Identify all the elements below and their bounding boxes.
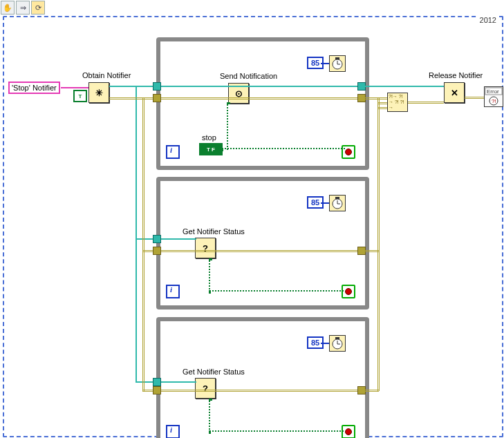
get-status-label-3: Get Notifier Status (183, 368, 245, 376)
get-notifier-status-node-2[interactable]: ? (195, 238, 216, 258)
wire-notifier-through1 (156, 86, 364, 87)
wire-error-through1 (156, 97, 364, 99)
arrow-tool-button[interactable]: ⇒ (16, 1, 30, 15)
wire-wait1 (321, 63, 329, 64)
wire-notifier-in2 (156, 238, 196, 240)
tunnel-l2-in-err (153, 247, 161, 255)
svg-rect-5 (335, 197, 339, 199)
wire-bool3-v (209, 399, 210, 432)
loop3-iteration-terminal (166, 425, 180, 438)
svg-text:Error: Error (487, 88, 499, 95)
loop2-iteration-terminal (166, 285, 180, 298)
wire-error-through2 (156, 250, 365, 252)
version-label: 2012 (478, 16, 498, 24)
wire-notifier-vert (136, 86, 137, 383)
stop-control-label: stop (202, 133, 216, 142)
wire-string (61, 87, 88, 88)
wire-err-to-merge2 (377, 102, 387, 104)
send-notification-label: Send Notification (220, 72, 277, 80)
release-notifier-node[interactable]: ✕ (444, 82, 465, 103)
wire-error-vert (142, 97, 144, 391)
flat-sequence-structure[interactable]: 2012 'Stop' Notifier Obtain Notifier ✳ T… (3, 16, 503, 437)
obtain-notifier-label: Obtain Notifier (82, 71, 131, 79)
loop1-stop-terminal[interactable] (342, 145, 355, 159)
wire-ref-to-release (365, 86, 444, 87)
loop3-stop-terminal[interactable] (342, 425, 355, 438)
diagram-canvas: ✋ ⇒ ⟳ 2012 'Stop' Notifier Obtain Notifi… (0, 0, 504, 438)
wire-bool-up (227, 102, 228, 150)
while-loop-2[interactable]: Get Notifier Status ? 85 (156, 177, 369, 310)
svg-rect-9 (335, 337, 339, 339)
while-loop-1[interactable]: Send Notification ⊙ 85 stop T F (156, 37, 369, 170)
wire-notifier-in3 (156, 381, 196, 383)
wire-bool2-h (209, 290, 344, 292)
wire-err-to-merge3 (377, 107, 387, 109)
error-out-indicator[interactable]: Error?! (484, 86, 503, 107)
wait-ms-node-3[interactable] (329, 335, 346, 352)
wire-wait3 (321, 343, 329, 344)
hand-tool-button[interactable]: ✋ (1, 1, 15, 15)
tunnel-l1-in-ref (153, 82, 161, 91)
loop2-stop-terminal[interactable] (342, 285, 355, 298)
tunnel-l3-in-ref (153, 378, 161, 386)
palette-toolbar: ✋ ⇒ ⟳ (0, 0, 46, 15)
release-notifier-glyph: ✕ (445, 83, 464, 102)
get-status-glyph-2: ? (196, 238, 215, 258)
svg-text:?!: ?! (492, 98, 496, 104)
get-status-glyph-3: ? (196, 379, 215, 398)
tunnel-l2-in-ref (153, 235, 161, 243)
svg-rect-1 (335, 57, 339, 59)
wire-err-merge-release (408, 102, 444, 104)
wire-error-through3 (156, 390, 365, 392)
tunnel-l1-in-err (153, 94, 161, 102)
true-constant[interactable]: T (73, 90, 87, 102)
wire-bool2-v (209, 258, 210, 292)
obtain-notifier-node[interactable]: ✳ (88, 82, 109, 103)
wire-bool3-h (209, 430, 344, 432)
wait-ms-node-2[interactable] (329, 195, 346, 211)
wire-err-release-out (465, 97, 485, 99)
obtain-notifier-glyph: ✳ (89, 83, 109, 102)
sync-tool-button[interactable]: ⟳ (31, 1, 45, 15)
wait-ms-node-1[interactable] (329, 55, 346, 72)
stop-boolean-control[interactable]: T F (199, 143, 223, 155)
loop1-iteration-terminal (166, 145, 180, 159)
wire-wait2 (321, 202, 329, 204)
wire-error-obtain (109, 97, 144, 99)
wire-err-collect (377, 97, 380, 391)
merge-errors-node[interactable]: ?!→ ?!→ ?! ?!→ (387, 93, 408, 112)
wire-err-out3 (365, 390, 379, 392)
get-status-label-2: Get Notifier Status (183, 227, 245, 236)
while-loop-3[interactable]: Get Notifier Status ? 85 (156, 317, 369, 438)
tunnel-l3-in-err (153, 386, 161, 394)
wire-err-out2 (365, 250, 379, 252)
release-notifier-label: Release Notifier (429, 71, 483, 79)
wire-err-to-merge1 (377, 97, 387, 99)
wire-bool-stop (221, 148, 345, 149)
get-notifier-status-node-3[interactable]: ? (195, 378, 216, 399)
stop-notifier-string-control[interactable]: 'Stop' Notifier (8, 82, 60, 94)
